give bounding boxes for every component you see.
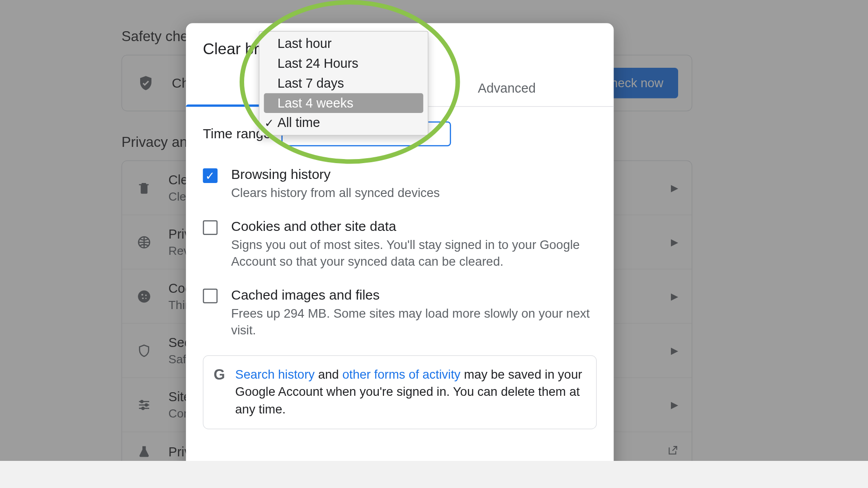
checkmark-icon: ✓ [264,116,274,130]
svg-point-8 [142,407,144,409]
cookie-icon [136,288,153,305]
chevron-right-icon: ▶ [671,236,678,248]
option-sub: Clears history from all synced devices [231,185,440,202]
svg-point-2 [142,294,143,296]
trash-icon [136,179,153,197]
tab-advanced[interactable]: Advanced [400,70,613,106]
flask-icon [136,443,153,460]
shield-check-icon [136,73,156,93]
google-account-info: G Search history and other forms of acti… [203,356,597,429]
checkbox-cookies[interactable] [203,220,218,235]
svg-point-1 [138,290,150,302]
dropdown-item-last-hour[interactable]: Last hour [259,34,428,54]
option-cookies[interactable]: Cookies and other site data Signs you ou… [203,218,597,270]
other-activity-link[interactable]: other forms of activity [342,367,460,381]
option-sub: Signs you out of most sites. You'll stay… [231,236,597,270]
checkbox-cached[interactable] [203,289,218,304]
option-title: Browsing history [231,167,440,183]
option-browsing-history[interactable]: ✓ Browsing history Clears history from a… [203,167,597,202]
dropdown-item-last-7-days[interactable]: Last 7 days [259,74,428,94]
option-title: Cached images and files [231,287,597,303]
chevron-right-icon: ▶ [671,291,678,302]
svg-point-4 [142,297,144,299]
external-link-icon [667,445,678,459]
search-history-link[interactable]: Search history [235,367,315,381]
info-text: Search history and other forms of activi… [235,366,586,418]
svg-point-3 [145,294,147,296]
time-range-dropdown[interactable]: Last hour Last 24 Hours Last 7 days Last… [259,31,429,136]
chevron-right-icon: ▶ [671,345,678,357]
checkbox-browsing-history[interactable]: ✓ [203,169,218,183]
option-sub: Frees up 294 MB. Some sites may load mor… [231,305,597,338]
svg-point-6 [141,400,143,403]
dropdown-item-last-4-weeks[interactable]: Last 4 weeks [264,93,424,113]
dropdown-item-last-24-hours[interactable]: Last 24 Hours [259,54,428,74]
google-icon: G [214,366,225,384]
dropdown-item-all-time[interactable]: ✓All time [259,113,428,133]
option-cached[interactable]: Cached images and files Frees up 294 MB.… [203,287,597,338]
sliders-icon [136,396,153,413]
security-shield-icon [136,342,153,359]
chevron-right-icon: ▶ [671,399,678,411]
chevron-right-icon: ▶ [671,182,678,194]
svg-point-5 [145,297,146,299]
svg-point-7 [145,404,147,406]
option-title: Cookies and other site data [231,218,597,234]
privacy-guide-icon [136,234,153,251]
